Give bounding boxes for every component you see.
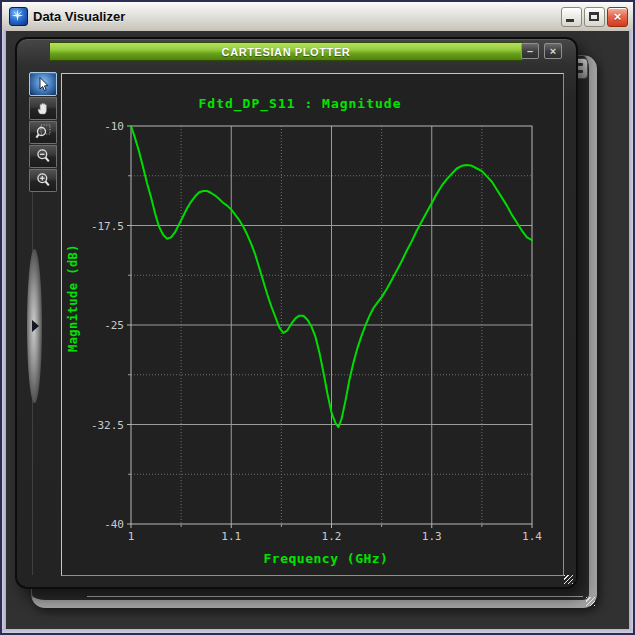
y-tick-label: -32.5 xyxy=(91,419,124,432)
zoom-in-tool-button[interactable] xyxy=(29,168,57,192)
hand-icon xyxy=(35,100,51,116)
y-axis-label: Magnitude (dB) xyxy=(66,244,80,352)
magnifier-minus-icon xyxy=(35,148,51,164)
resize-grip-background-window[interactable] xyxy=(586,597,595,606)
plot-panel: 11.11.21.31.4-10-17.5-25-32.5-40Fdtd_DP_… xyxy=(61,73,564,576)
data-visualizer-window: Data Visualizer × CARTESIAN PLOTTER xyxy=(0,0,635,635)
window-title: Data Visualizer xyxy=(33,9,561,24)
maximize-icon xyxy=(589,12,599,21)
y-tick-label: -10 xyxy=(104,120,124,133)
plotter-minimize-button[interactable]: – xyxy=(521,43,539,59)
drawer-handle[interactable] xyxy=(27,249,42,403)
workspace: CARTESIAN PLOTTER – × xyxy=(6,31,629,629)
magnifier-region-icon xyxy=(35,124,51,140)
app-icon xyxy=(9,7,28,26)
x-tick-label: 1.4 xyxy=(522,530,542,543)
background-window-panel-edge xyxy=(87,596,583,597)
x-tick-label: 1.1 xyxy=(221,530,241,543)
y-tick-label: -40 xyxy=(104,518,124,531)
cartesian-plotter-window: CARTESIAN PLOTTER – × xyxy=(15,37,578,589)
close-button[interactable]: × xyxy=(607,7,628,27)
plot-toolbar xyxy=(29,72,57,192)
x-tick-label: 1.2 xyxy=(322,530,342,543)
y-tick-label: -17.5 xyxy=(91,220,124,233)
x-axis-label: Frequency (GHz) xyxy=(264,551,389,566)
zoom-region-tool-button[interactable] xyxy=(29,120,57,144)
window-border-right xyxy=(629,30,633,633)
close-icon: × xyxy=(614,9,622,24)
screen: Data Visualizer × CARTESIAN PLOTTER xyxy=(0,0,635,635)
plotter-titlebar[interactable]: CARTESIAN PLOTTER xyxy=(49,42,523,61)
plotter-close-button[interactable]: × xyxy=(544,43,562,59)
magnifier-plus-icon xyxy=(35,172,51,188)
minimize-button[interactable] xyxy=(561,7,582,27)
cursor-arrow-icon xyxy=(35,76,51,92)
zoom-out-tool-button[interactable] xyxy=(29,144,57,168)
minimize-icon xyxy=(566,19,574,22)
plotter-title: CARTESIAN PLOTTER xyxy=(222,46,351,58)
maximize-button[interactable] xyxy=(584,7,605,27)
y-tick-label: -25 xyxy=(104,319,124,332)
resize-grip-plotter-window[interactable] xyxy=(564,575,573,584)
drawer-expand-icon xyxy=(32,320,39,332)
outer-titlebar[interactable]: Data Visualizer × xyxy=(2,2,633,32)
cartesian-plot[interactable]: 11.11.21.31.4-10-17.5-25-32.5-40Fdtd_DP_… xyxy=(62,74,563,575)
x-tick-label: 1 xyxy=(128,530,135,543)
x-tick-label: 1.3 xyxy=(422,530,442,543)
pan-tool-button[interactable] xyxy=(29,96,57,120)
window-controls: × xyxy=(561,7,628,27)
plot-title: Fdtd_DP_S11 : Magnitude xyxy=(198,96,401,112)
pointer-tool-button[interactable] xyxy=(29,72,57,96)
window-border-bottom xyxy=(2,629,633,633)
